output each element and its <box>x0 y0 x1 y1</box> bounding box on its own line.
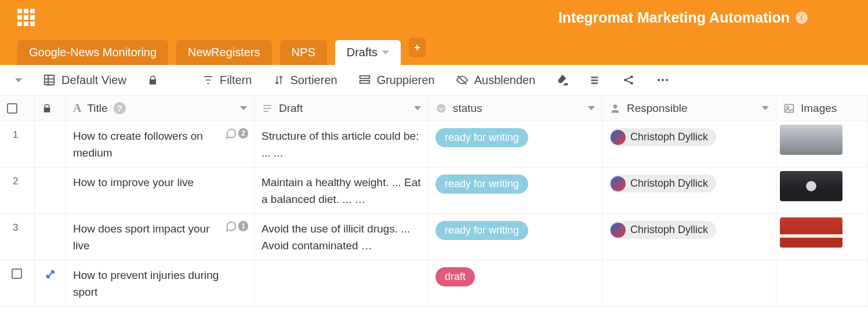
images-cell[interactable] <box>776 121 868 168</box>
view-name: Default View <box>61 74 126 87</box>
images-cell[interactable] <box>776 260 868 307</box>
chevron-down-icon[interactable] <box>762 106 769 110</box>
column-header-draft[interactable]: Draft <box>255 96 428 121</box>
chevron-down-icon[interactable] <box>588 106 595 110</box>
collaborator-field-icon <box>609 103 621 114</box>
comment-indicator[interactable]: 2 <box>224 127 248 140</box>
title-cell[interactable]: How to improve your live <box>66 168 255 214</box>
grid-view-icon <box>43 74 56 86</box>
tab-nps[interactable]: NPS <box>280 40 327 65</box>
column-header-status[interactable]: status <box>428 96 602 121</box>
row-height-icon[interactable] <box>590 74 601 86</box>
tab-drafts[interactable]: Drafts <box>335 40 401 65</box>
user-name: Christoph Dyllick <box>630 129 708 145</box>
add-table-button[interactable]: + <box>409 38 426 57</box>
tab-google-news-monitoring[interactable]: Google-News Monitoring <box>17 40 168 65</box>
table-tabs: Google-News Monitoring NewRegisters NPS … <box>0 35 868 65</box>
row-expand-cell <box>35 260 66 307</box>
svg-rect-2 <box>359 81 369 83</box>
row-number-cell[interactable]: 2 <box>0 168 35 214</box>
expand-icon[interactable] <box>45 268 56 280</box>
filter-label: Filtern <box>220 74 252 87</box>
user-chip[interactable]: Christoph Dyllick <box>609 175 716 192</box>
responsible-cell[interactable]: Christoph Dyllick <box>602 214 776 260</box>
select-all-checkbox[interactable] <box>7 103 17 114</box>
share-icon[interactable] <box>622 74 635 86</box>
column-header-title[interactable]: A Title ? <box>66 96 255 121</box>
status-cell[interactable]: ready for writing <box>428 168 602 214</box>
attachment-field-icon <box>783 103 795 114</box>
sort-label: Sortieren <box>290 74 337 87</box>
title-cell[interactable]: How to prevent injuries during sport <box>66 260 255 307</box>
column-header-images[interactable]: Images <box>776 96 868 121</box>
comment-indicator[interactable]: 1 <box>224 220 248 232</box>
status-cell[interactable]: ready for writing <box>428 214 602 260</box>
draft-cell[interactable]: Structure of this article could be: ... … <box>255 121 428 168</box>
image-thumbnail[interactable] <box>780 125 842 155</box>
draft-cell[interactable]: Maintain a healthy weight. ... Eat a bal… <box>255 168 428 214</box>
sort-button[interactable]: Sortieren <box>273 74 337 87</box>
chevron-down-icon[interactable] <box>414 106 421 110</box>
responsible-cell[interactable]: Christoph Dyllick <box>602 121 776 168</box>
status-pill: draft <box>435 267 475 286</box>
user-chip[interactable]: Christoph Dyllick <box>609 128 716 146</box>
tab-newregisters[interactable]: NewRegisters <box>176 40 271 65</box>
avatar <box>611 176 626 191</box>
apps-grid-icon[interactable] <box>17 9 35 26</box>
status-cell[interactable]: ready for writing <box>428 121 602 168</box>
chevron-down-icon <box>382 50 389 54</box>
more-icon[interactable] <box>656 73 670 87</box>
status-cell[interactable]: draft <box>428 260 602 307</box>
view-switcher[interactable]: Default View <box>43 74 126 87</box>
info-icon[interactable]: i <box>796 12 808 24</box>
status-pill: ready for writing <box>435 175 528 194</box>
column-label: Responsible <box>627 102 688 115</box>
tab-label: Google-News Monitoring <box>29 46 157 59</box>
responsible-cell[interactable] <box>602 260 776 307</box>
chevron-down-icon[interactable] <box>240 106 247 110</box>
base-title[interactable]: Integromat Marketing Automation <box>558 9 790 26</box>
image-thumbnail[interactable] <box>780 171 842 201</box>
select-field-icon <box>435 103 447 114</box>
help-icon[interactable]: ? <box>114 102 126 114</box>
hide-fields-button[interactable]: Ausblenden <box>456 74 536 87</box>
row-number-cell[interactable] <box>0 260 35 307</box>
svg-rect-1 <box>359 76 369 79</box>
comment-count: 2 <box>238 128 248 139</box>
user-name: Christoph Dyllick <box>630 176 708 191</box>
image-thumbnail[interactable] <box>780 217 842 248</box>
data-grid: A Title ? Draft status Responsible Image… <box>0 96 868 307</box>
sort-icon <box>273 74 285 86</box>
column-header-responsible[interactable]: Responsible <box>602 96 776 121</box>
row-expand-cell <box>35 121 66 168</box>
svg-point-9 <box>437 104 446 112</box>
images-cell[interactable] <box>776 168 868 214</box>
row-expand-cell <box>35 214 66 260</box>
draft-cell[interactable]: Avoid the use of illicit drugs. ... Avoi… <box>255 214 428 260</box>
comment-count: 1 <box>238 221 248 231</box>
row-number-cell[interactable]: 1 <box>0 121 35 168</box>
user-chip[interactable]: Christoph Dyllick <box>609 221 716 239</box>
eye-off-icon <box>456 74 468 86</box>
row-number-cell[interactable]: 3 <box>0 214 35 260</box>
draft-cell[interactable] <box>255 260 428 307</box>
title-text: How to prevent injuries during sport <box>73 267 225 300</box>
filter-icon <box>202 74 214 86</box>
title-cell[interactable]: How to create followers on medium2 <box>66 121 255 168</box>
title-text: How does sport impact your live <box>73 221 225 254</box>
responsible-cell[interactable]: Christoph Dyllick <box>602 168 776 214</box>
title-cell[interactable]: How does sport impact your live1 <box>66 214 255 260</box>
text-field-icon: A <box>73 101 81 115</box>
group-button[interactable]: Gruppieren <box>358 74 435 87</box>
user-name: Christoph Dyllick <box>630 222 708 238</box>
row-checkbox[interactable] <box>12 268 22 279</box>
lock-icon[interactable] <box>147 75 158 86</box>
filter-button[interactable]: Filtern <box>202 74 252 87</box>
svg-point-12 <box>787 106 789 108</box>
color-icon[interactable] <box>556 74 569 86</box>
collapse-sidebar-icon[interactable] <box>15 78 22 82</box>
images-cell[interactable] <box>776 214 868 260</box>
hide-label: Ausblenden <box>474 74 536 87</box>
svg-rect-11 <box>785 104 794 112</box>
avatar <box>611 223 626 238</box>
